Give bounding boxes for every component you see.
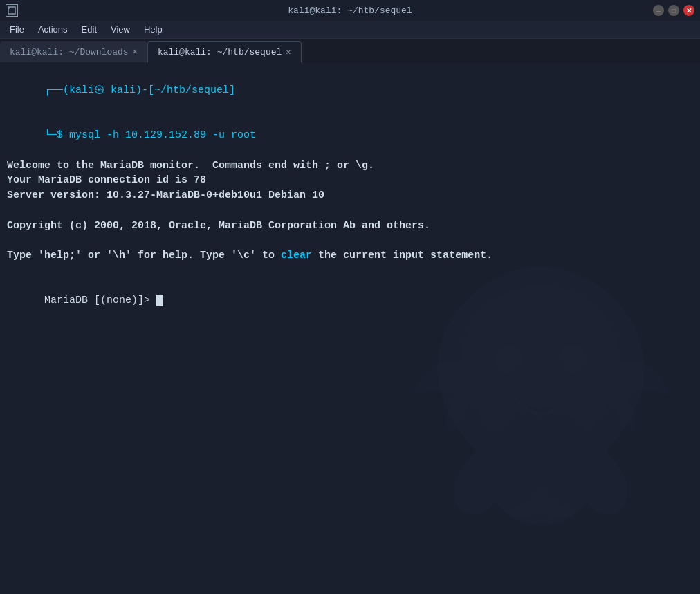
output-line-5: Type 'help;' or '\h' for help. Type '\c'…	[7, 248, 693, 263]
tab-sequel-close[interactable]: ✕	[286, 48, 291, 57]
tab-downloads-close[interactable]: ✕	[133, 48, 138, 56]
close-button[interactable]: ✕	[683, 5, 694, 16]
tab-sequel[interactable]: kali@kali: ~/htb/sequel ✕	[147, 41, 302, 62]
output-line-1: Welcome to the MariaDB monitor. Commands…	[7, 158, 693, 174]
output-blank-2	[7, 233, 693, 248]
window-icon	[6, 4, 18, 17]
titlebar-left	[6, 4, 24, 17]
prompt-user: (kali㉿ kali)	[63, 84, 142, 96]
minimize-button[interactable]: –	[653, 5, 664, 16]
menu-help[interactable]: Help	[137, 22, 169, 37]
tab-downloads[interactable]: kali@kali: ~/Downloads ✕	[0, 41, 147, 62]
output-blank-3	[7, 263, 693, 279]
menu-view[interactable]: View	[104, 22, 137, 37]
svg-point-3	[560, 345, 587, 373]
output-blank-1	[7, 203, 693, 219]
mariadb-prompt-text: MariaDB [(none)]>	[44, 295, 156, 306]
window-controls: – □ ✕	[653, 5, 694, 16]
output-line-2: Your MariaDB connection id is 78	[7, 173, 693, 188]
command-text: mysql -h 10.129.152.89 -u root	[69, 129, 256, 141]
command-line: └─$ mysql -h 10.129.152.89 -u root	[7, 113, 693, 158]
window-title: kali@kali: ~/htb/sequel	[288, 6, 412, 16]
mariadb-prompt-line: MariaDB [(none)]>	[7, 279, 693, 324]
menubar: File Actions Edit View Help	[0, 21, 700, 39]
close-icon: ✕	[686, 7, 692, 15]
maximize-icon: □	[672, 7, 676, 15]
maximize-button[interactable]: □	[668, 5, 679, 16]
tab-downloads-label: kali@kali: ~/Downloads	[10, 47, 129, 57]
titlebar: kali@kali: ~/htb/sequel – □ ✕	[0, 0, 700, 21]
terminal-content[interactable]: ┌──(kali㉿ kali)-[~/htb/sequel] └─$ mysql…	[0, 62, 700, 594]
tabbar: kali@kali: ~/Downloads ✕ kali@kali: ~/ht…	[0, 39, 700, 62]
terminal-window: kali@kali: ~/htb/sequel – □ ✕ File Actio…	[0, 0, 700, 594]
menu-actions[interactable]: Actions	[31, 22, 75, 37]
prompt-dir: -[~/htb/sequel]	[142, 84, 235, 96]
prompt-line: ┌──(kali㉿ kali)-[~/htb/sequel]	[7, 68, 693, 113]
clear-keyword: clear	[281, 250, 312, 261]
prompt-dashes: ┌──	[44, 84, 63, 96]
tab-sequel-label: kali@kali: ~/htb/sequel	[158, 47, 282, 57]
terminal-cursor	[156, 295, 163, 306]
svg-point-2	[495, 345, 522, 373]
output-line-4: Copyright (c) 2000, 2018, Oracle, MariaD…	[7, 219, 693, 234]
minimize-icon: –	[656, 7, 661, 15]
menu-edit[interactable]: Edit	[75, 22, 104, 37]
output-line-3: Server version: 10.3.27-MariaDB-0+deb10u…	[7, 188, 693, 203]
prompt-symbol: └─$	[44, 129, 69, 141]
menu-file[interactable]: File	[3, 22, 31, 37]
